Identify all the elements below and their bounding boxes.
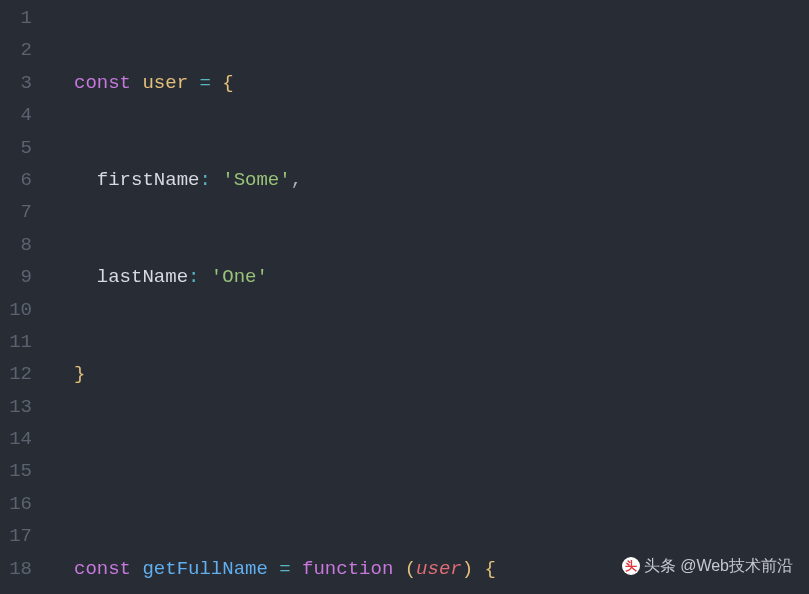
line-number: 12 — [0, 358, 32, 390]
watermark-brand: 头条 — [644, 550, 676, 582]
watermark-handle: @Web技术前沿 — [680, 550, 793, 582]
line-number: 10 — [0, 294, 32, 326]
line-number: 9 — [0, 261, 32, 293]
watermark: 头 头条 @Web技术前沿 — [622, 550, 793, 582]
code-line: lastName: 'One' — [74, 261, 633, 293]
line-number: 18 — [0, 553, 32, 585]
line-number: 5 — [0, 132, 32, 164]
code-line: firstName: 'Some', — [74, 164, 633, 196]
line-number: 11 — [0, 326, 32, 358]
code-editor: 1 2 3 4 5 6 7 8 9 10 11 12 13 14 15 16 1… — [0, 0, 809, 594]
line-number: 16 — [0, 488, 32, 520]
code-line: const user = { — [74, 67, 633, 99]
line-number: 17 — [0, 520, 32, 552]
line-number-gutter: 1 2 3 4 5 6 7 8 9 10 11 12 13 14 15 16 1… — [0, 0, 46, 594]
line-number: 3 — [0, 67, 32, 99]
code-content[interactable]: const user = { firstName: 'Some', lastNa… — [46, 0, 633, 594]
code-line: } — [74, 358, 633, 390]
code-line: const getFullName = function (user) { — [74, 553, 633, 585]
line-number: 15 — [0, 455, 32, 487]
line-number: 7 — [0, 196, 32, 228]
toutiao-icon: 头 — [622, 557, 640, 575]
line-number: 8 — [0, 229, 32, 261]
line-number: 13 — [0, 391, 32, 423]
line-number: 6 — [0, 164, 32, 196]
line-number: 14 — [0, 423, 32, 455]
line-number: 1 — [0, 2, 32, 34]
code-line — [74, 456, 633, 488]
line-number: 4 — [0, 99, 32, 131]
line-number: 2 — [0, 34, 32, 66]
